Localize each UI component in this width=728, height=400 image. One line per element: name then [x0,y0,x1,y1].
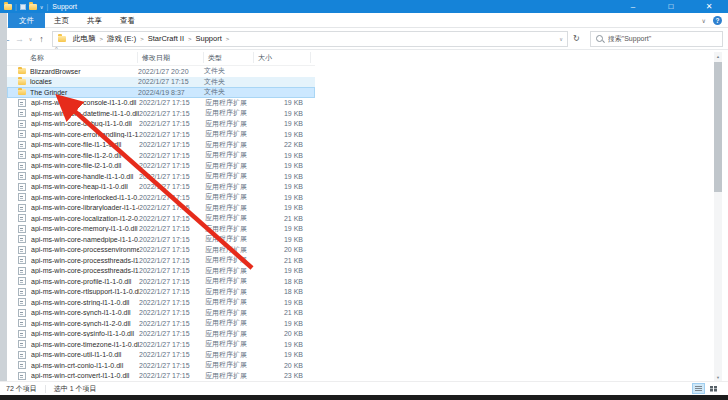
file-name: api-ms-win-core-processthreads-l1-1... [31,267,139,274]
file-row[interactable]: api-ms-win-core-profile-l1-1-0.dll 2022/… [7,276,315,287]
forward-icon[interactable]: → [13,34,26,44]
file-row[interactable]: api-ms-win-core-timezone-l1-1-0.dll 2022… [7,339,315,350]
file-type: 应用程序扩展 [205,318,255,328]
file-row[interactable]: api-ms-win-core-localization-l1-2-0.dll … [7,213,315,224]
file-row[interactable]: api-ms-win-core-string-l1-1-0.dll 2022/1… [7,297,315,308]
up-icon[interactable]: ↑ [35,34,48,44]
column-header-name[interactable]: 名称 [7,52,138,63]
minimize-button[interactable]: – [614,0,652,13]
file-type: 应用程序扩展 [205,350,255,360]
file-size: 20 KB [255,246,310,253]
file-row[interactable]: api-ms-win-core-console-l1-1-0.dll 2022/… [7,98,315,109]
file-row[interactable]: The Grinder 2022/4/19 8:37 文件夹 [7,87,315,98]
file-row[interactable]: api-ms-win-core-datetime-l1-1-0.dll 2022… [7,108,315,119]
file-date-modified: 2022/1/27 17:15 [139,299,205,306]
file-date-modified: 2022/1/27 17:15 [139,99,205,106]
details-view-button[interactable] [692,383,705,394]
vertical-scrollbar[interactable]: ▲ ▼ [714,52,722,382]
file-row[interactable]: BlizzardBrowser 2022/1/27 20:20 文件夹 [7,66,315,77]
scroll-up-icon[interactable]: ▲ [714,52,722,61]
file-type-icon [18,361,26,369]
file-type: 应用程序扩展 [205,213,255,223]
file-row[interactable]: api-ms-win-core-interlocked-l1-1-0.dll 2… [7,192,315,203]
tab-view[interactable]: 查看 [111,13,144,28]
file-row[interactable]: api-ms-win-core-errorhandling-l1-1... 20… [7,129,315,140]
qat-customize-chevron-icon[interactable]: ∨ [40,4,44,10]
breadcrumb-item[interactable]: 此电脑 [70,34,99,44]
breadcrumb-item[interactable]: 游戏 (E:) [104,34,139,44]
screenshot-bottom-strip [0,395,728,400]
file-type: 应用程序扩展 [205,308,255,318]
breadcrumb-item[interactable]: StarCraft II [145,34,187,43]
qat-new-folder-icon[interactable] [29,4,37,10]
file-row[interactable]: api-ms-win-core-file-l1-1-0.dll 2022/1/2… [7,140,315,151]
file-type-icon [18,330,26,338]
file-row[interactable]: api-ms-win-core-heap-l1-1-0.dll 2022/1/2… [7,182,315,193]
file-size: 19 KB [255,225,310,232]
maximize-button[interactable]: □ [652,0,690,13]
icons-view-button[interactable] [707,383,720,394]
address-dropdown-chevron-icon[interactable]: ∨ [559,36,567,42]
ribbon-collapse-chevron-icon[interactable]: ∨ [702,17,706,24]
file-row[interactable]: api-ms-win-core-synch-l1-2-0.dll 2022/1/… [7,318,315,329]
refresh-icon[interactable]: ↻ [568,34,585,43]
file-row[interactable]: api-ms-win-core-memory-l1-1-0.dll 2022/1… [7,224,315,235]
file-row[interactable]: api-ms-win-core-libraryloader-l1-1-0... … [7,203,315,214]
file-type-icon [18,193,26,201]
tab-home[interactable]: 主页 [45,13,78,28]
file-row[interactable]: api-ms-win-core-processthreads-l1-1... 2… [7,266,315,277]
file-type-icon [18,235,26,243]
file-date-modified: 2022/1/27 17:15 [138,78,204,85]
file-row[interactable]: api-ms-win-crt-conio-l1-1-0.dll 2022/1/2… [7,360,315,371]
file-size: 19 KB [255,99,310,106]
column-header-size[interactable]: 大小 [254,52,311,63]
search-input[interactable] [606,34,722,43]
file-name: api-ms-win-core-synch-l1-2-0.dll [31,320,139,327]
file-type-icon [18,319,26,327]
file-type: 应用程序扩展 [205,161,255,171]
file-size: 18 KB [255,278,310,285]
file-name: api-ms-win-core-sysinfo-l1-1-0.dll [31,330,139,337]
tab-file[interactable]: 文件 [8,13,45,28]
help-icon[interactable]: ? [713,16,722,25]
file-name: api-ms-win-core-heap-l1-1-0.dll [31,183,139,190]
qat-properties-icon[interactable] [20,4,26,10]
file-row[interactable]: api-ms-win-core-namedpipe-l1-1-0.dll 202… [7,234,315,245]
file-row[interactable]: api-ms-win-core-processenvironmen... 202… [7,245,315,256]
file-date-modified: 2022/1/27 17:15 [139,225,205,232]
breadcrumb-item[interactable]: Support [192,34,224,43]
file-name: api-ms-win-core-datetime-l1-1-0.dll [31,110,139,117]
status-bar: 72 个项目 选中 1 个项目 [0,381,728,395]
file-row[interactable]: api-ms-win-core-rtlsupport-l1-1-0.dll 20… [7,287,315,298]
file-type-icon [18,162,26,170]
file-type: 应用程序扩展 [205,297,255,307]
file-type-icon [18,309,26,317]
file-row[interactable]: api-ms-win-core-debug-l1-1-0.dll 2022/1/… [7,119,315,130]
file-name: api-ms-win-core-processthreads-l1-1... [31,257,139,264]
file-row[interactable]: api-ms-win-core-processthreads-l1-1... 2… [7,255,315,266]
file-date-modified: 2022/1/27 17:15 [139,351,205,358]
column-header-date[interactable]: 修改日期 [138,52,204,63]
file-size: 19 KB [255,320,310,327]
file-row[interactable]: api-ms-win-core-sysinfo-l1-1-0.dll 2022/… [7,329,315,340]
file-row[interactable]: api-ms-win-core-util-l1-1-0.dll 2022/1/2… [7,350,315,361]
file-name: api-ms-win-core-file-l2-1-0.dll [31,162,139,169]
breadcrumb-chevron-icon[interactable]: > [225,36,231,42]
column-header-type[interactable]: 类型 [204,52,254,63]
file-name: api-ms-win-core-timezone-l1-1-0.dll [31,341,139,348]
recent-locations-chevron-icon[interactable]: ∨ [26,36,35,42]
file-row[interactable]: api-ms-win-core-synch-l1-1-0.dll 2022/1/… [7,308,315,319]
file-row[interactable]: api-ms-win-core-handle-l1-1-0.dll 2022/1… [7,171,315,182]
file-row[interactable]: api-ms-win-core-file-l2-1-0.dll 2022/1/2… [7,161,315,172]
file-size: 19 KB [255,351,310,358]
tab-share[interactable]: 共享 [78,13,111,28]
file-row[interactable]: locales 2022/1/27 17:15 文件夹 [7,77,315,88]
file-size: 19 KB [255,299,310,306]
file-row[interactable]: api-ms-win-core-file-l1-2-0.dll 2022/1/2… [7,150,315,161]
scrollbar-thumb[interactable] [714,62,722,192]
address-box[interactable]: 此电脑>游戏 (E:)>StarCraft II>Support> ∨ [52,31,568,47]
file-row[interactable]: api-ms-win-crt-convert-l1-1-0.dll 2022/1… [7,371,315,382]
close-button[interactable]: ✕ [690,0,728,13]
qat-separator: | [15,0,17,13]
search-box[interactable] [590,31,723,47]
